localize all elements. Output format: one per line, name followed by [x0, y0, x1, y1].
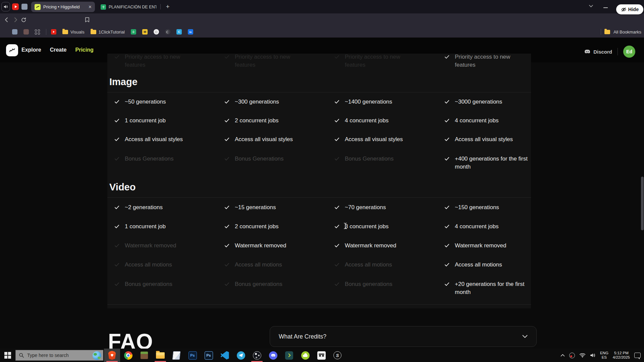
table-row: Bonus generations Bonus generations Bonu…	[107, 274, 531, 304]
check-icon	[334, 243, 340, 248]
feature-cell: ~300 generations	[224, 98, 334, 106]
tab-close-icon[interactable]: ×	[89, 4, 92, 10]
obs-tray-icon[interactable]	[569, 353, 575, 358]
bookmark-white-circle[interactable]	[154, 29, 159, 35]
new-tab-button[interactable]: +	[164, 3, 172, 11]
tab-search-caret-icon[interactable]	[589, 5, 593, 7]
hide-overlay-button[interactable]: Hide	[616, 4, 643, 14]
webpage-viewport: Explore Create Pricing Discord Ed Pr	[0, 38, 644, 349]
feature-cell: 1 concurrent job	[114, 117, 224, 125]
feature-cell: ~2 generations	[114, 203, 224, 212]
reload-button[interactable]	[19, 16, 28, 24]
forward-button[interactable]	[11, 16, 19, 24]
cloud-icon	[301, 351, 310, 360]
start-button[interactable]	[0, 349, 15, 362]
bookmark-m-app[interactable]: M	[142, 29, 148, 35]
taskbar-photoshop-beta[interactable]: Ps	[201, 349, 217, 362]
bookmark-brown-square[interactable]	[23, 29, 29, 35]
taskbar-apps: Ps Ps	[104, 349, 345, 362]
check-icon	[444, 99, 450, 105]
bookmark-folder-visuals[interactable]: Visuals	[62, 29, 85, 35]
taskbar-file-explorer[interactable]	[152, 349, 168, 362]
bookmark-blue-square[interactable]	[12, 29, 17, 35]
brave-icon	[108, 351, 116, 360]
search-doodle-globe-icon[interactable]	[93, 351, 101, 360]
feature-cell: ~15 generations	[224, 203, 334, 212]
tray-date: 4/22/2025	[613, 355, 630, 360]
taskbar-notebook[interactable]	[168, 349, 184, 362]
wifi-icon[interactable]	[579, 353, 586, 358]
feature-cell: ~150 generations	[444, 203, 531, 212]
bookmark-sheets[interactable]	[131, 29, 136, 35]
taskbar-vscode[interactable]	[217, 349, 233, 362]
all-bookmarks[interactable]: All Bookmarks	[601, 26, 641, 38]
taskbar-photoshop[interactable]: Ps	[184, 349, 201, 362]
check-icon	[334, 99, 340, 105]
feature-text: Watermark removed	[345, 242, 396, 250]
nav-pricing[interactable]: Pricing	[75, 47, 94, 53]
clock[interactable]: 5:12 PM 4/22/2025	[613, 351, 630, 360]
taskbar-discord[interactable]	[265, 349, 281, 362]
higgsfield-logo[interactable]	[6, 44, 18, 56]
bookmark-folder-1clicktutorial[interactable]: 1ClickTutorial	[91, 29, 125, 35]
discord-link[interactable]: Discord	[584, 49, 612, 55]
taskbar-search[interactable]	[15, 350, 103, 361]
eye-slash-icon	[621, 7, 627, 12]
scrollbar-thumb[interactable]	[641, 177, 644, 230]
bookmark-c-app[interactable]: C	[176, 29, 182, 35]
feature-cell: 4 concurrent jobs	[334, 117, 444, 125]
check-icon	[444, 156, 450, 162]
tab-title: Pricing • Higgsfield	[43, 4, 87, 9]
taskbar-cloud-app[interactable]	[297, 349, 313, 362]
folder-icon	[91, 30, 96, 34]
taskbar-detective-app[interactable]	[313, 349, 329, 362]
feature-text: Watermark removed	[235, 242, 286, 250]
table-row: ~50 generations ~300 generations ~1400 g…	[107, 93, 531, 111]
pricing-feature-table: Priority access to new features Priority…	[107, 53, 531, 305]
feature-text: ~50 generations	[125, 98, 166, 106]
faq-accordion-item[interactable]: What Are Credits?	[270, 326, 537, 347]
speaker-icon	[4, 5, 8, 9]
search-input[interactable]	[27, 353, 84, 358]
bookmark-youtube[interactable]	[51, 29, 56, 35]
taskbar-brave[interactable]	[104, 349, 120, 362]
feature-cell: Access all visual styles	[334, 135, 444, 143]
folder-icon	[62, 30, 68, 34]
bookmark-dark-circle[interactable]	[165, 29, 170, 35]
feature-cell: ~3000 generations	[444, 98, 531, 106]
table-row: ~2 generations ~15 generations ~70 gener…	[107, 198, 531, 217]
nav-create[interactable]: Create	[50, 47, 67, 53]
back-button[interactable]	[3, 16, 11, 24]
apps-grid-icon[interactable]	[35, 29, 40, 35]
taskbar-chrome[interactable]	[120, 349, 136, 362]
feature-cell: Access all motions	[334, 261, 444, 269]
dev-tool-icon	[285, 351, 293, 360]
pinned-tab[interactable]	[21, 4, 28, 10]
feature-cell: Bonus generations	[224, 280, 334, 288]
muted-tab[interactable]	[1, 2, 10, 11]
tray-expand-icon[interactable]	[560, 354, 565, 357]
taskbar-s-app[interactable]: S	[329, 349, 345, 362]
check-icon	[334, 281, 340, 287]
taskbar-obs[interactable]	[249, 349, 265, 362]
bookmark-io-app[interactable]: io	[188, 29, 193, 35]
user-avatar[interactable]: Ed	[623, 46, 635, 58]
tab-active-pricing[interactable]: Pricing • Higgsfield ×	[31, 2, 95, 12]
nav-explore[interactable]: Explore	[21, 47, 41, 53]
taskbar-dev-tool[interactable]	[281, 349, 297, 362]
pinned-tab-youtube[interactable]	[12, 3, 19, 10]
system-tray: ENG ES 5:12 PM 4/22/2025	[560, 349, 644, 362]
tab-spreadsheet[interactable]: PLANIFICACIÓN DE ENTRENAMIEN	[98, 2, 159, 12]
language-indicator[interactable]: ENG ES	[600, 351, 608, 360]
taskbar-telegram[interactable]	[233, 349, 249, 362]
chevron-down-icon	[522, 335, 528, 338]
notification-center-icon[interactable]	[634, 353, 641, 358]
taskbar-minecraft[interactable]	[136, 349, 152, 362]
volume-icon[interactable]	[590, 353, 596, 358]
reading-list-icon[interactable]	[83, 16, 91, 24]
window-minimize-button[interactable]	[603, 7, 608, 8]
sheets-favicon	[101, 4, 106, 10]
feature-text: Access all visual styles	[455, 135, 513, 143]
discord-label: Discord	[593, 49, 612, 55]
check-icon	[444, 262, 450, 267]
